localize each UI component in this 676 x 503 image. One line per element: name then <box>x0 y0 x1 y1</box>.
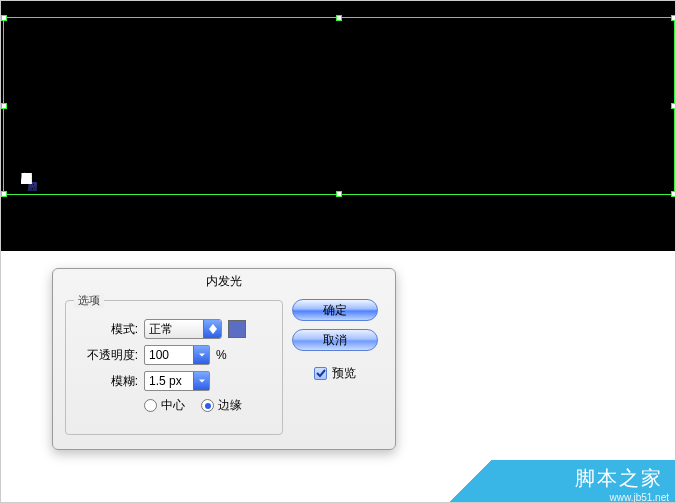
handle-e[interactable] <box>671 103 676 109</box>
dialog-buttons: 确定 取消 预览 <box>289 299 381 382</box>
dropdown-arrow-icon <box>193 372 209 390</box>
cancel-button[interactable]: 取消 <box>292 329 378 351</box>
design-canvas[interactable]: ARCH ARCH <box>1 1 676 251</box>
radio-center[interactable] <box>144 399 157 412</box>
blur-input[interactable]: 1.5 px <box>144 371 210 391</box>
handle-s[interactable] <box>336 191 342 197</box>
handle-n[interactable] <box>336 15 342 21</box>
watermark: 脚本之家 www.jb51.net <box>435 442 675 502</box>
blur-label: 模糊: <box>76 373 138 390</box>
inner-glow-dialog: 内发光 选项 模式: 正常 不透明度: 100 % 模糊: <box>52 268 396 450</box>
options-fieldset: 选项 模式: 正常 不透明度: 100 % 模糊: 1.5 px <box>65 300 283 435</box>
dialog-title: 内发光 <box>53 269 395 296</box>
handle-nw[interactable] <box>1 15 7 21</box>
opacity-value: 100 <box>149 348 169 362</box>
ok-button[interactable]: 确定 <box>292 299 378 321</box>
selection-bounds[interactable] <box>3 17 675 195</box>
mode-value: 正常 <box>149 321 173 338</box>
opacity-input[interactable]: 100 <box>144 345 210 365</box>
radio-edge[interactable] <box>201 399 214 412</box>
handle-sw[interactable] <box>1 191 7 197</box>
opacity-label: 不透明度: <box>76 347 138 364</box>
opacity-unit: % <box>216 348 227 362</box>
select-arrows-icon <box>203 320 221 338</box>
watermark-url: www.jb51.net <box>610 492 669 503</box>
check-icon <box>316 369 326 378</box>
color-swatch[interactable] <box>228 320 246 338</box>
mode-select[interactable]: 正常 <box>144 319 222 339</box>
radio-edge-label: 边缘 <box>218 397 242 414</box>
blur-value: 1.5 px <box>149 374 182 388</box>
mode-label: 模式: <box>76 321 138 338</box>
dropdown-arrow-icon <box>193 346 209 364</box>
handle-ne[interactable] <box>671 15 676 21</box>
fieldset-label: 选项 <box>74 293 104 308</box>
preview-label: 预览 <box>332 365 356 382</box>
preview-checkbox[interactable] <box>314 367 327 380</box>
handle-w[interactable] <box>1 103 7 109</box>
watermark-text: 脚本之家 <box>575 465 663 492</box>
handle-se[interactable] <box>671 191 676 197</box>
radio-center-label: 中心 <box>161 397 185 414</box>
